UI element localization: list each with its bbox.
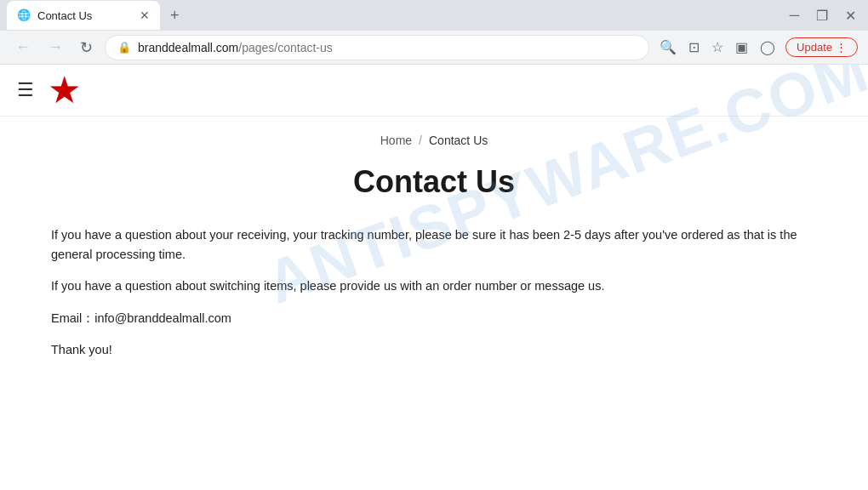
forward-button[interactable]: → — [43, 37, 68, 58]
update-label: Update — [797, 41, 832, 54]
address-bar: ← → ↻ 🔒 branddealmall.com/pages/contact-… — [0, 31, 868, 65]
url-domain: branddealmall.com — [138, 41, 238, 54]
site-header: ☰ ★ — [0, 65, 868, 117]
refresh-button[interactable]: ↻ — [75, 37, 98, 59]
title-bar: 🌐 Contact Us ✕ + ─ ❐ ✕ — [0, 0, 868, 31]
breadcrumb-separator: / — [419, 134, 422, 147]
email-address: info@branddealmall.com — [94, 311, 231, 325]
window-controls: ─ ❐ ✕ — [785, 8, 861, 24]
update-button[interactable]: Update ⋮ — [785, 37, 858, 57]
email-line: Email：info@branddealmall.com — [51, 309, 817, 328]
sidebar-icon[interactable]: ▣ — [732, 36, 751, 59]
page-title: Contact Us — [51, 164, 817, 200]
content-body: If you have a question about your receiv… — [51, 225, 817, 360]
address-bar-icons: 🔍 ⊡ ☆ ▣ ◯ — [656, 36, 779, 59]
bookmark-icon[interactable]: ☆ — [708, 36, 727, 59]
profile-icon[interactable]: ◯ — [757, 36, 779, 59]
hamburger-menu[interactable]: ☰ — [17, 79, 34, 101]
back-button[interactable]: ← — [10, 37, 36, 58]
share-icon[interactable]: ⊡ — [685, 36, 703, 59]
minimize-button[interactable]: ─ — [785, 8, 804, 24]
logo-star-icon: ★ — [48, 71, 81, 109]
search-icon[interactable]: 🔍 — [656, 36, 680, 59]
tab-favicon: 🌐 — [17, 9, 31, 22]
url-path: /pages/contact-us — [238, 41, 333, 54]
new-tab-button[interactable]: + — [163, 7, 186, 25]
logo-area: ☰ ★ — [17, 71, 81, 109]
paragraph-2: If you have a question about switching i… — [51, 276, 817, 296]
breadcrumb: Home / Contact Us — [51, 134, 817, 147]
active-tab[interactable]: 🌐 Contact Us ✕ — [7, 1, 160, 30]
tab-title: Contact Us — [37, 9, 92, 22]
paragraph-1: If you have a question about your receiv… — [51, 225, 817, 265]
url-bar[interactable]: 🔒 branddealmall.com/pages/contact-us — [105, 35, 649, 60]
breadcrumb-home[interactable]: Home — [380, 134, 412, 147]
tab-close-button[interactable]: ✕ — [140, 9, 150, 22]
close-button[interactable]: ✕ — [840, 8, 861, 24]
maximize-button[interactable]: ❐ — [811, 8, 833, 24]
update-menu-icon: ⋮ — [836, 41, 847, 54]
main-content: Home / Contact Us Contact Us If you have… — [26, 117, 842, 389]
page-content: ANTISPYWARE.COM ☰ ★ Home / Contact Us Co… — [0, 65, 868, 490]
thank-you-text: Thank you! — [51, 340, 817, 360]
email-label: Email： — [51, 311, 94, 325]
url-text: branddealmall.com/pages/contact-us — [138, 41, 637, 54]
breadcrumb-current: Contact Us — [429, 134, 488, 147]
lock-icon: 🔒 — [117, 41, 131, 54]
